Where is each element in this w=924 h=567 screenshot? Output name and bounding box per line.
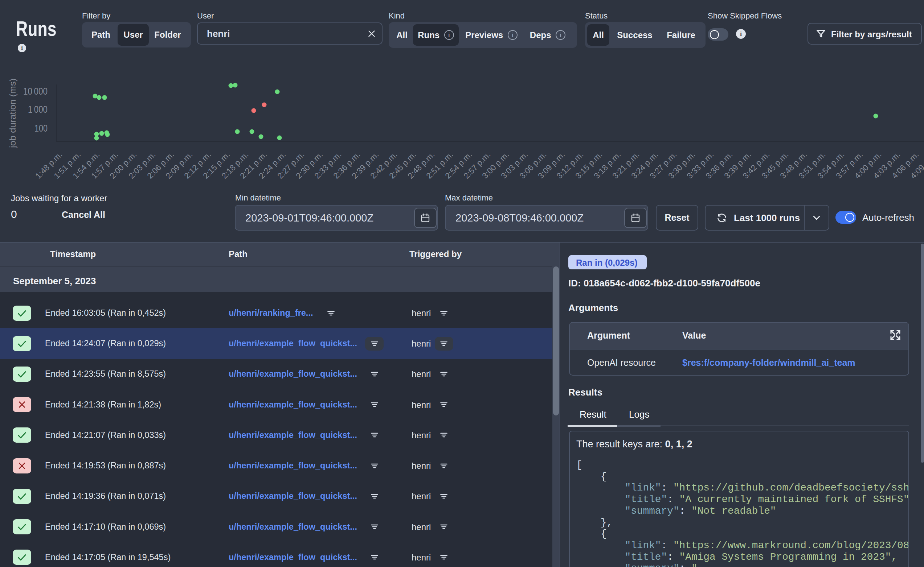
svg-text:10 000: 10 000 bbox=[23, 86, 48, 97]
svg-text:100: 100 bbox=[35, 123, 48, 134]
svg-text:1 000: 1 000 bbox=[28, 104, 48, 115]
svg-text:job duration (ms): job duration (ms) bbox=[8, 78, 17, 148]
